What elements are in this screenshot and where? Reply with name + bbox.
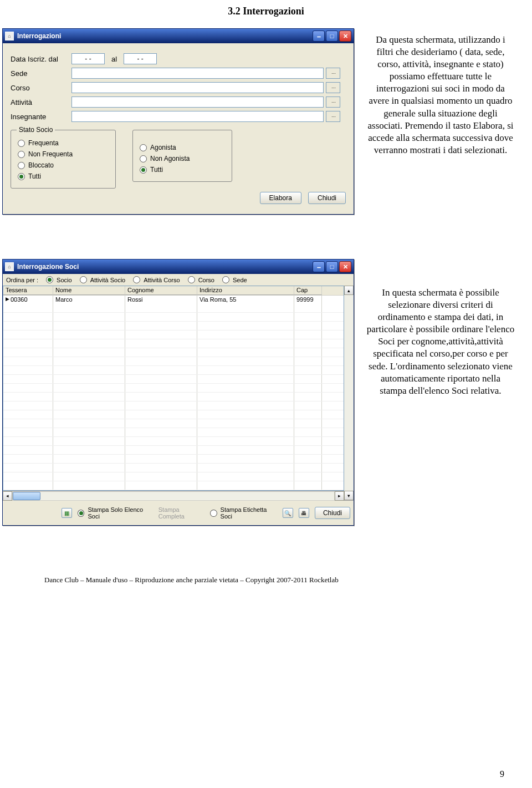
cell-nome: Marco	[53, 296, 125, 304]
table-row[interactable]	[3, 455, 344, 464]
maximize-button[interactable]: □	[326, 30, 338, 42]
minimize-button[interactable]: ‒	[313, 261, 325, 272]
table-row[interactable]	[3, 481, 344, 490]
table-row[interactable]	[3, 366, 344, 375]
col-tessera[interactable]: Tessera	[3, 286, 53, 295]
radio-label: Non Frequenta	[28, 150, 73, 158]
scroll-down-icon[interactable]: ▾	[344, 491, 354, 500]
lookup-insegnante-button[interactable]: ⋯	[326, 111, 340, 122]
close-button[interactable]: ✕	[339, 261, 351, 272]
chiudi-button[interactable]: Chiudi	[308, 192, 346, 204]
lookup-corso-button[interactable]: ⋯	[326, 82, 340, 93]
label-al: al	[111, 55, 117, 63]
label-corso: Corso	[11, 84, 71, 92]
vertical-scrollbar[interactable]: ▴ ▾	[344, 286, 354, 500]
radio-non-agonista[interactable]: Non Agonista	[140, 155, 225, 162]
titlebar[interactable]: ⌂ Interrogazione Soci ‒ □ ✕	[3, 260, 354, 274]
cell-tessera: 00360	[11, 296, 28, 303]
radio-agonista[interactable]: Agonista	[140, 144, 225, 151]
input-corso[interactable]	[71, 82, 324, 93]
radio-label: Sede	[233, 277, 247, 283]
table-row[interactable]	[3, 410, 344, 419]
input-data-to[interactable]	[124, 53, 157, 64]
app-icon: ⌂	[5, 32, 14, 40]
radio-stampa-elenco[interactable]: Stampa Solo Elenco Soci	[78, 506, 153, 520]
maximize-button[interactable]: □	[326, 261, 338, 272]
table-row[interactable]	[3, 313, 344, 322]
row-marker-icon: ▶	[6, 296, 9, 303]
radio-label: Tutti	[150, 166, 163, 174]
empty-rows	[3, 304, 344, 490]
table-row[interactable]	[3, 437, 344, 446]
chiudi-button[interactable]: Chiudi	[315, 507, 350, 519]
description-interrogazioni: Da questa schermata, utilizzando i filtr…	[363, 28, 518, 162]
table-row[interactable]	[3, 331, 344, 339]
radio-label: Stampa Etichetta Soci	[221, 506, 277, 520]
close-button[interactable]: ✕	[339, 30, 351, 42]
table-row[interactable]	[3, 348, 344, 357]
col-nome[interactable]: Nome	[53, 286, 125, 295]
bottom-toolbar: ▦ Stampa Solo Elenco Soci Stampa Complet…	[3, 500, 354, 525]
col-indirizzo[interactable]: Indirizzo	[197, 286, 294, 295]
radio-label: Agonista	[150, 144, 176, 151]
col-cap[interactable]: Cap	[294, 286, 322, 295]
section-heading: 3.2 Interrogazioni	[0, 6, 532, 17]
elabora-button[interactable]: Elabora	[260, 192, 301, 204]
scroll-left-icon[interactable]: ◂	[3, 491, 12, 501]
table-row[interactable]	[3, 419, 344, 428]
radio-label: Socio	[57, 277, 72, 283]
export-excel-icon[interactable]: ▦	[62, 508, 72, 518]
table-row[interactable]	[3, 472, 344, 481]
radio-non-frequenta[interactable]: Non Frequenta	[18, 150, 109, 158]
label-data-iscriz: Data Iscriz. dal	[11, 55, 71, 63]
lookup-sede-button[interactable]: ⋯	[326, 68, 340, 79]
scroll-thumb[interactable]	[13, 492, 40, 500]
col-cognome[interactable]: Cognome	[125, 286, 197, 295]
minimize-button[interactable]: ‒	[313, 30, 325, 42]
radio-stampa-etichetta[interactable]: Stampa Etichetta Soci	[210, 506, 277, 520]
table-row[interactable]	[3, 304, 344, 313]
ordina-toolbar: Ordina per : Socio Attività Socio Attivi…	[3, 274, 354, 286]
print-icon[interactable]: 🖶	[299, 508, 309, 518]
radio-label: Stampa Solo Elenco Soci	[88, 506, 152, 520]
ordina-corso[interactable]: Corso	[188, 276, 214, 283]
table-row[interactable]	[3, 401, 344, 410]
table-row[interactable]	[3, 393, 344, 401]
label-attivita: Attività	[11, 98, 71, 106]
table-row[interactable]	[3, 357, 344, 366]
radio-frequenta[interactable]: Frequenta	[18, 139, 109, 147]
radio-label: Corso	[198, 277, 214, 283]
soci-table: Tessera Nome Cognome Indirizzo Cap ▶0036…	[3, 286, 344, 491]
input-sede[interactable]	[71, 68, 324, 79]
print-preview-icon[interactable]: 🔍	[283, 508, 293, 518]
radio-tutti-stato[interactable]: Tutti	[18, 172, 109, 180]
radio-label: Attività Corso	[144, 277, 180, 283]
table-row[interactable]	[3, 339, 344, 348]
table-row[interactable]	[3, 375, 344, 384]
table-header: Tessera Nome Cognome Indirizzo Cap	[3, 286, 344, 296]
label-sede: Sede	[11, 69, 71, 78]
horizontal-scrollbar[interactable]: ◂ ▸	[3, 491, 344, 500]
radio-bloccato[interactable]: Bloccato	[18, 161, 109, 169]
table-row[interactable]	[3, 464, 344, 472]
ordina-socio[interactable]: Socio	[46, 276, 72, 283]
ordina-attivita-socio[interactable]: Attività Socio	[80, 276, 126, 283]
lookup-attivita-button[interactable]: ⋯	[326, 96, 340, 108]
cell-indirizzo: Via Roma, 55	[197, 296, 294, 304]
radio-label: Tutti	[28, 172, 41, 180]
input-insegnante[interactable]	[71, 111, 324, 122]
scroll-up-icon[interactable]: ▴	[344, 286, 354, 295]
titlebar[interactable]: ⌂ Interrogazioni ‒ □ ✕	[3, 29, 354, 43]
table-row[interactable]	[3, 322, 344, 331]
table-row[interactable]	[3, 446, 344, 455]
scroll-right-icon[interactable]: ▸	[335, 491, 344, 501]
ordina-attivita-corso[interactable]: Attività Corso	[133, 276, 180, 283]
table-row[interactable]	[3, 428, 344, 437]
ordina-sede[interactable]: Sede	[222, 276, 247, 283]
table-row[interactable]: ▶00360 Marco Rossi Via Roma, 55 99999	[3, 296, 344, 304]
input-attivita[interactable]	[71, 96, 324, 108]
window-interrogazioni: ⌂ Interrogazioni ‒ □ ✕ Data Iscriz. dal …	[2, 28, 354, 215]
input-data-from[interactable]	[71, 53, 105, 64]
table-row[interactable]	[3, 384, 344, 393]
radio-tutti-tipo[interactable]: Tutti	[140, 166, 225, 174]
